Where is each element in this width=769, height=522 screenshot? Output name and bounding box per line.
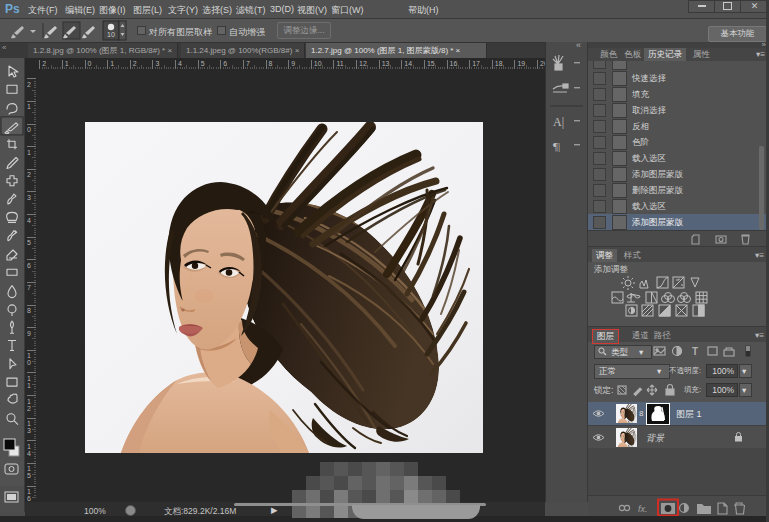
svg-text:6: 6 — [27, 495, 31, 502]
svg-text:7: 7 — [246, 60, 250, 67]
svg-text:1: 1 — [27, 420, 31, 427]
svg-text:20: 20 — [540, 60, 545, 67]
svg-text:2: 2 — [42, 60, 46, 67]
svg-text:14: 14 — [404, 60, 412, 67]
svg-text:1: 1 — [27, 382, 31, 389]
svg-text:2: 2 — [27, 81, 31, 88]
svg-text:8: 8 — [269, 60, 273, 67]
svg-text:5: 5 — [201, 60, 205, 67]
svg-text:0: 0 — [27, 126, 31, 133]
svg-text:¶|: ¶| — [553, 140, 560, 152]
svg-text:fx.: fx. — [638, 504, 648, 514]
svg-text:2: 2 — [133, 60, 137, 67]
svg-text:5: 5 — [27, 239, 31, 246]
svg-text:10: 10 — [314, 60, 322, 67]
svg-text:3: 3 — [27, 427, 31, 434]
svg-text:1: 1 — [27, 149, 31, 156]
svg-text:4: 4 — [178, 60, 182, 67]
svg-text:0: 0 — [27, 359, 31, 366]
svg-text:1: 1 — [65, 60, 69, 67]
svg-text:2: 2 — [27, 171, 31, 178]
svg-text:5: 5 — [27, 472, 31, 479]
svg-text:10: 10 — [107, 31, 115, 38]
svg-text:1: 1 — [27, 488, 31, 495]
svg-text:16: 16 — [450, 60, 458, 67]
svg-text:0: 0 — [88, 60, 92, 67]
svg-text:9: 9 — [27, 330, 31, 337]
svg-text:1: 1 — [110, 60, 114, 67]
svg-text:1: 1 — [27, 103, 31, 110]
svg-text:13: 13 — [382, 60, 390, 67]
svg-text:2: 2 — [27, 405, 31, 412]
svg-text:11: 11 — [336, 60, 343, 67]
svg-text:1: 1 — [27, 398, 31, 405]
svg-text:6: 6 — [223, 60, 227, 67]
svg-text:1: 1 — [27, 443, 31, 450]
svg-text:9: 9 — [291, 60, 295, 67]
svg-text:7: 7 — [27, 284, 31, 291]
svg-text:6: 6 — [27, 262, 31, 269]
svg-text:4: 4 — [27, 450, 31, 457]
svg-text:8: 8 — [27, 307, 31, 314]
svg-text:19: 19 — [517, 60, 525, 67]
svg-text:18: 18 — [495, 60, 503, 67]
svg-text:15: 15 — [427, 60, 435, 67]
svg-text:12: 12 — [359, 60, 367, 67]
svg-text:3: 3 — [27, 194, 31, 201]
svg-text:3: 3 — [155, 60, 159, 67]
svg-text:T: T — [692, 346, 698, 357]
svg-text:17: 17 — [472, 60, 480, 67]
svg-text:A|: A| — [553, 115, 564, 129]
svg-text:1: 1 — [27, 352, 31, 359]
svg-text:1: 1 — [27, 465, 31, 472]
svg-text:«: « — [576, 42, 581, 50]
svg-text:1: 1 — [27, 375, 31, 382]
svg-text:4: 4 — [27, 217, 31, 224]
